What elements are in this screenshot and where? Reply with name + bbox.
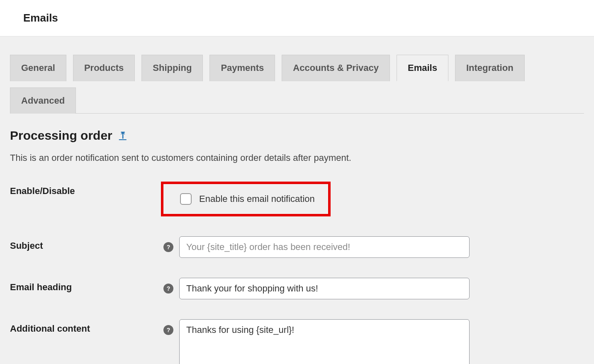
help-icon[interactable]: ?	[163, 284, 173, 294]
row-subject: Subject ?	[10, 236, 584, 258]
field-email-heading: ?	[163, 278, 584, 299]
enable-checkbox[interactable]	[180, 193, 192, 205]
page-description: This is an order notification sent to cu…	[10, 153, 584, 163]
tab-payments[interactable]: Payments	[209, 55, 275, 81]
field-subject: ?	[163, 236, 584, 258]
row-email-heading: Email heading ?	[10, 278, 584, 299]
additional-content-textarea[interactable]	[179, 319, 470, 364]
field-additional-content: ?	[163, 319, 584, 364]
tab-advanced[interactable]: Advanced	[10, 87, 76, 114]
field-enable-disable: Enable this email notification	[163, 182, 584, 216]
tabs-nav: General Products Shipping Payments Accou…	[10, 36, 584, 114]
email-heading-input[interactable]	[179, 278, 470, 299]
back-link-icon[interactable]: ⤒	[119, 130, 127, 141]
enable-highlight-box: Enable this email notification	[161, 182, 331, 216]
page-header: Processing order ⤒	[10, 129, 584, 143]
row-enable-disable: Enable/Disable Enable this email notific…	[10, 182, 584, 216]
page-title: Processing order	[10, 129, 112, 143]
subject-input[interactable]	[179, 236, 470, 258]
header: Emails	[0, 0, 594, 36]
tab-shipping[interactable]: Shipping	[141, 55, 203, 81]
row-additional-content: Additional content ?	[10, 319, 584, 364]
label-subject: Subject	[10, 236, 163, 251]
label-enable-disable: Enable/Disable	[10, 182, 163, 197]
tab-accounts-privacy[interactable]: Accounts & Privacy	[282, 55, 390, 81]
header-title: Emails	[23, 12, 571, 24]
settings-form: Enable/Disable Enable this email notific…	[10, 182, 584, 364]
tab-emails[interactable]: Emails	[397, 55, 448, 81]
tab-general[interactable]: General	[10, 55, 66, 81]
content-area: General Products Shipping Payments Accou…	[0, 36, 594, 364]
label-email-heading: Email heading	[10, 278, 163, 293]
tab-integration[interactable]: Integration	[455, 55, 525, 81]
help-icon[interactable]: ?	[163, 242, 173, 252]
enable-checkbox-label[interactable]: Enable this email notification	[199, 194, 315, 204]
label-additional-content: Additional content	[10, 319, 163, 334]
help-icon[interactable]: ?	[163, 325, 173, 335]
tab-products[interactable]: Products	[73, 55, 135, 81]
